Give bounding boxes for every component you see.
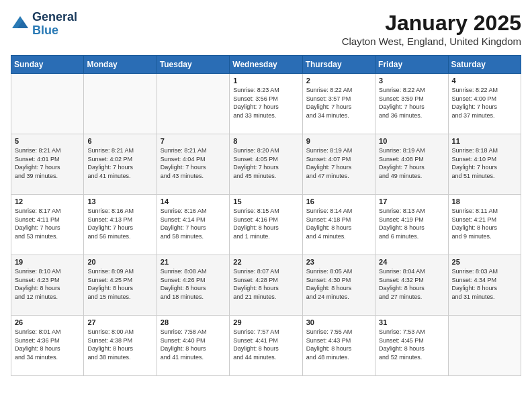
day-info: Sunrise: 8:09 AMSunset: 4:25 PMDaylight:… bbox=[87, 267, 152, 301]
calendar-day-cell: 5Sunrise: 8:21 AMSunset: 4:01 PMDaylight… bbox=[11, 134, 84, 195]
day-info: Sunrise: 8:00 AMSunset: 4:38 PMDaylight:… bbox=[87, 328, 152, 361]
calendar-week-row: 26Sunrise: 8:01 AMSunset: 4:36 PMDayligh… bbox=[11, 316, 521, 376]
day-info: Sunrise: 8:22 AMSunset: 3:57 PMDaylight:… bbox=[306, 86, 371, 120]
day-number: 31 bbox=[379, 318, 444, 326]
weekday-header-row: SundayMondayTuesdayWednesdayThursdayFrid… bbox=[11, 56, 521, 74]
day-number: 29 bbox=[233, 318, 298, 326]
day-info: Sunrise: 8:14 AMSunset: 4:18 PMDaylight:… bbox=[306, 207, 371, 240]
logo-icon bbox=[11, 15, 30, 34]
calendar-day-cell: 22Sunrise: 8:07 AMSunset: 4:28 PMDayligh… bbox=[230, 255, 302, 316]
calendar-day-cell: 25Sunrise: 8:03 AMSunset: 4:34 PMDayligh… bbox=[448, 255, 521, 316]
day-number: 12 bbox=[15, 197, 80, 205]
calendar-day-cell: 10Sunrise: 8:19 AMSunset: 4:08 PMDayligh… bbox=[375, 134, 448, 195]
day-info: Sunrise: 8:18 AMSunset: 4:10 PMDaylight:… bbox=[452, 146, 517, 180]
weekday-header-cell: Sunday bbox=[11, 56, 84, 74]
calendar-day-cell bbox=[157, 74, 229, 134]
calendar-week-row: 12Sunrise: 8:17 AMSunset: 4:11 PMDayligh… bbox=[11, 195, 521, 255]
day-info: Sunrise: 8:10 AMSunset: 4:23 PMDaylight:… bbox=[15, 267, 80, 301]
day-info: Sunrise: 8:13 AMSunset: 4:19 PMDaylight:… bbox=[379, 207, 444, 240]
day-info: Sunrise: 7:55 AMSunset: 4:43 PMDaylight:… bbox=[306, 328, 371, 361]
day-number: 18 bbox=[452, 197, 517, 205]
day-number: 25 bbox=[452, 258, 517, 266]
calendar-day-cell: 17Sunrise: 8:13 AMSunset: 4:19 PMDayligh… bbox=[375, 195, 448, 255]
day-info: Sunrise: 8:05 AMSunset: 4:30 PMDaylight:… bbox=[306, 267, 371, 301]
day-info: Sunrise: 7:53 AMSunset: 4:45 PMDaylight:… bbox=[379, 328, 444, 361]
weekday-header-cell: Tuesday bbox=[157, 56, 229, 74]
calendar-day-cell: 6Sunrise: 8:21 AMSunset: 4:02 PMDaylight… bbox=[84, 134, 157, 195]
day-number: 17 bbox=[379, 197, 444, 205]
calendar-day-cell: 12Sunrise: 8:17 AMSunset: 4:11 PMDayligh… bbox=[11, 195, 84, 255]
calendar-day-cell: 3Sunrise: 8:22 AMSunset: 3:59 PMDaylight… bbox=[375, 74, 448, 134]
calendar-day-cell: 20Sunrise: 8:09 AMSunset: 4:25 PMDayligh… bbox=[84, 255, 157, 316]
day-number: 23 bbox=[306, 258, 371, 266]
day-info: Sunrise: 8:16 AMSunset: 4:13 PMDaylight:… bbox=[87, 207, 152, 240]
day-number: 27 bbox=[87, 318, 152, 326]
day-info: Sunrise: 8:22 AMSunset: 3:59 PMDaylight:… bbox=[379, 86, 444, 120]
calendar-week-row: 5Sunrise: 8:21 AMSunset: 4:01 PMDaylight… bbox=[11, 134, 521, 195]
day-info: Sunrise: 8:01 AMSunset: 4:36 PMDaylight:… bbox=[15, 328, 80, 361]
day-info: Sunrise: 8:22 AMSunset: 4:00 PMDaylight:… bbox=[452, 86, 517, 120]
calendar-day-cell bbox=[11, 74, 84, 134]
calendar-day-cell: 27Sunrise: 8:00 AMSunset: 4:38 PMDayligh… bbox=[84, 316, 157, 376]
calendar-day-cell: 9Sunrise: 8:19 AMSunset: 4:07 PMDaylight… bbox=[302, 134, 375, 195]
calendar-day-cell: 7Sunrise: 8:21 AMSunset: 4:04 PMDaylight… bbox=[157, 134, 229, 195]
calendar-day-cell: 29Sunrise: 7:57 AMSunset: 4:41 PMDayligh… bbox=[230, 316, 302, 376]
location-title: Clayton West, England, United Kingdom bbox=[342, 36, 521, 47]
day-info: Sunrise: 8:16 AMSunset: 4:14 PMDaylight:… bbox=[161, 207, 226, 240]
weekday-header-cell: Friday bbox=[375, 56, 448, 74]
day-number: 11 bbox=[452, 137, 517, 145]
calendar-day-cell bbox=[448, 316, 521, 376]
day-number: 8 bbox=[233, 137, 298, 145]
day-info: Sunrise: 8:17 AMSunset: 4:11 PMDaylight:… bbox=[15, 207, 80, 240]
calendar-day-cell: 28Sunrise: 7:58 AMSunset: 4:40 PMDayligh… bbox=[157, 316, 229, 376]
day-info: Sunrise: 8:04 AMSunset: 4:32 PMDaylight:… bbox=[379, 267, 444, 301]
logo: General Blue bbox=[11, 11, 77, 38]
day-number: 6 bbox=[87, 137, 152, 145]
weekday-header-cell: Thursday bbox=[302, 56, 375, 74]
header: General Blue January 2025 Clayton West, … bbox=[11, 11, 521, 47]
day-info: Sunrise: 8:21 AMSunset: 4:02 PMDaylight:… bbox=[87, 146, 152, 180]
calendar-day-cell: 2Sunrise: 8:22 AMSunset: 3:57 PMDaylight… bbox=[302, 74, 375, 134]
day-number: 2 bbox=[306, 77, 371, 85]
calendar-week-row: 1Sunrise: 8:23 AMSunset: 3:56 PMDaylight… bbox=[11, 74, 521, 134]
weekday-header-cell: Wednesday bbox=[230, 56, 302, 74]
calendar-day-cell: 8Sunrise: 8:20 AMSunset: 4:05 PMDaylight… bbox=[230, 134, 302, 195]
day-number: 26 bbox=[15, 318, 80, 326]
calendar-day-cell: 16Sunrise: 8:14 AMSunset: 4:18 PMDayligh… bbox=[302, 195, 375, 255]
weekday-header-cell: Monday bbox=[84, 56, 157, 74]
day-info: Sunrise: 8:08 AMSunset: 4:26 PMDaylight:… bbox=[161, 267, 226, 301]
day-number: 14 bbox=[161, 197, 226, 205]
calendar-day-cell: 15Sunrise: 8:15 AMSunset: 4:16 PMDayligh… bbox=[230, 195, 302, 255]
day-info: Sunrise: 8:20 AMSunset: 4:05 PMDaylight:… bbox=[233, 146, 298, 180]
calendar-day-cell: 26Sunrise: 8:01 AMSunset: 4:36 PMDayligh… bbox=[11, 316, 84, 376]
day-number: 15 bbox=[233, 197, 298, 205]
title-section: January 2025 Clayton West, England, Unit… bbox=[342, 11, 521, 47]
calendar-body: 1Sunrise: 8:23 AMSunset: 3:56 PMDaylight… bbox=[11, 74, 521, 376]
calendar-day-cell: 23Sunrise: 8:05 AMSunset: 4:30 PMDayligh… bbox=[302, 255, 375, 316]
day-number: 19 bbox=[15, 258, 80, 266]
calendar: SundayMondayTuesdayWednesdayThursdayFrid… bbox=[11, 55, 521, 376]
day-info: Sunrise: 8:03 AMSunset: 4:34 PMDaylight:… bbox=[452, 267, 517, 301]
day-info: Sunrise: 8:15 AMSunset: 4:16 PMDaylight:… bbox=[233, 207, 298, 240]
weekday-header-cell: Saturday bbox=[448, 56, 521, 74]
calendar-day-cell: 1Sunrise: 8:23 AMSunset: 3:56 PMDaylight… bbox=[230, 74, 302, 134]
calendar-day-cell: 11Sunrise: 8:18 AMSunset: 4:10 PMDayligh… bbox=[448, 134, 521, 195]
calendar-day-cell: 21Sunrise: 8:08 AMSunset: 4:26 PMDayligh… bbox=[157, 255, 229, 316]
day-number: 24 bbox=[379, 258, 444, 266]
day-number: 13 bbox=[87, 197, 152, 205]
calendar-week-row: 19Sunrise: 8:10 AMSunset: 4:23 PMDayligh… bbox=[11, 255, 521, 316]
day-info: Sunrise: 7:57 AMSunset: 4:41 PMDaylight:… bbox=[233, 328, 298, 361]
calendar-day-cell: 30Sunrise: 7:55 AMSunset: 4:43 PMDayligh… bbox=[302, 316, 375, 376]
calendar-day-cell: 4Sunrise: 8:22 AMSunset: 4:00 PMDaylight… bbox=[448, 74, 521, 134]
day-number: 9 bbox=[306, 137, 371, 145]
calendar-day-cell: 31Sunrise: 7:53 AMSunset: 4:45 PMDayligh… bbox=[375, 316, 448, 376]
day-info: Sunrise: 8:19 AMSunset: 4:07 PMDaylight:… bbox=[306, 146, 371, 180]
day-number: 5 bbox=[15, 137, 80, 145]
day-number: 28 bbox=[161, 318, 226, 326]
day-info: Sunrise: 7:58 AMSunset: 4:40 PMDaylight:… bbox=[161, 328, 226, 361]
day-number: 30 bbox=[306, 318, 371, 326]
calendar-day-cell: 14Sunrise: 8:16 AMSunset: 4:14 PMDayligh… bbox=[157, 195, 229, 255]
day-info: Sunrise: 8:21 AMSunset: 4:04 PMDaylight:… bbox=[161, 146, 226, 180]
day-number: 16 bbox=[306, 197, 371, 205]
calendar-day-cell: 13Sunrise: 8:16 AMSunset: 4:13 PMDayligh… bbox=[84, 195, 157, 255]
